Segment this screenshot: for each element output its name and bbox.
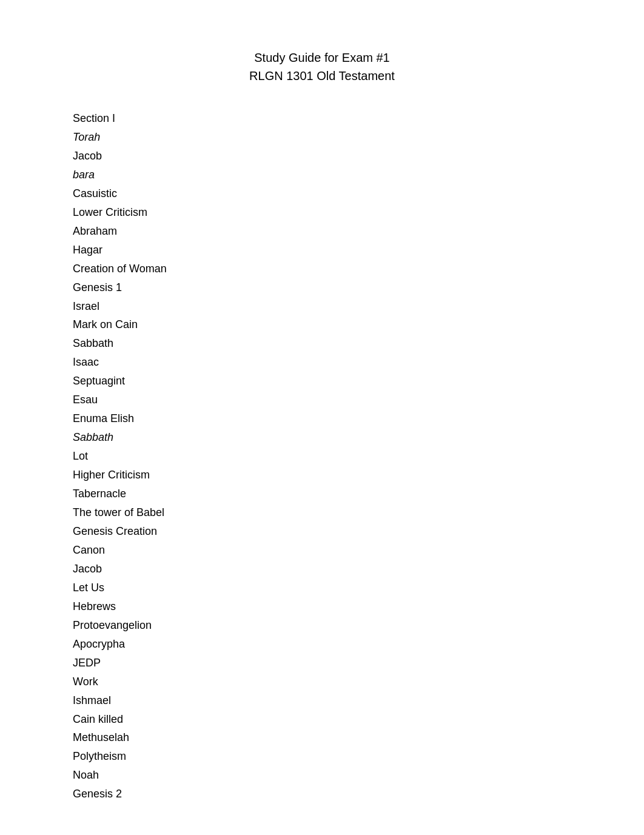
list-item: Hebrews: [73, 597, 571, 616]
list-item: Tabernacle: [73, 485, 571, 503]
list-item: The tower of Babel: [73, 503, 571, 522]
study-guide-list: Section ITorahJacobbaraCasuisticLower Cr…: [73, 109, 571, 803]
list-item: Genesis 2: [73, 785, 571, 803]
list-item: Polytheism: [73, 747, 571, 766]
list-item: Abraham: [73, 222, 571, 241]
list-item: Jacob: [73, 147, 571, 166]
header-line2: RLGN 1301 Old Testament: [73, 67, 571, 85]
list-item: JEDP: [73, 654, 571, 672]
list-item: Canon: [73, 541, 571, 560]
list-item: Lower Criticism: [73, 203, 571, 222]
list-item: Apocrypha: [73, 635, 571, 654]
list-item: Lot: [73, 447, 571, 466]
list-item: Mark on Cain: [73, 315, 571, 334]
list-item: Sabbath: [73, 428, 571, 447]
list-item: Jacob: [73, 560, 571, 578]
list-item: Higher Criticism: [73, 466, 571, 485]
list-item: Ishmael: [73, 691, 571, 710]
list-item: Methuselah: [73, 728, 571, 747]
list-item: bara: [73, 166, 571, 184]
page-header: Study Guide for Exam #1 RLGN 1301 Old Te…: [73, 49, 571, 85]
list-item: Torah: [73, 128, 571, 147]
list-item: Isaac: [73, 353, 571, 372]
list-item: Casuistic: [73, 184, 571, 203]
list-item: Septuagint: [73, 372, 571, 391]
list-item: Hagar: [73, 241, 571, 260]
list-item: Section I: [73, 109, 571, 128]
list-item: Israel: [73, 297, 571, 316]
list-item: Sabbath: [73, 334, 571, 353]
list-item: Genesis Creation: [73, 522, 571, 541]
list-item: Cain killed: [73, 710, 571, 729]
list-item: Esau: [73, 391, 571, 409]
header-title: Study Guide for Exam #1 RLGN 1301 Old Te…: [73, 49, 571, 85]
list-item: Noah: [73, 766, 571, 785]
header-line1: Study Guide for Exam #1: [73, 49, 571, 67]
list-item: Creation of Woman: [73, 260, 571, 278]
list-item: Work: [73, 672, 571, 691]
list-item: Let Us: [73, 578, 571, 597]
list-item: Protoevangelion: [73, 616, 571, 635]
list-item: Enuma Elish: [73, 409, 571, 428]
list-item: Genesis 1: [73, 278, 571, 297]
